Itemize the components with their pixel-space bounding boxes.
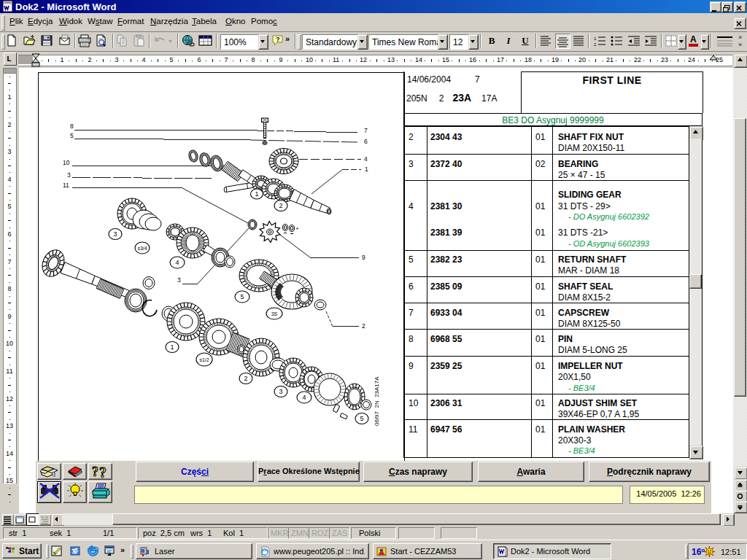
svg-text:?: ?	[276, 36, 280, 43]
svg-text:4: 4	[364, 155, 368, 163]
svg-text:3: 3	[113, 230, 117, 238]
svg-text:5: 5	[70, 132, 74, 139]
svg-text:5: 5	[360, 415, 363, 422]
svg-text:1: 1	[594, 36, 597, 41]
svg-text:s1/2: s1/2	[199, 357, 209, 362]
svg-text:3: 3	[67, 171, 71, 179]
svg-text:1: 1	[170, 343, 174, 351]
svg-text:1: 1	[255, 190, 258, 198]
svg-text:?: ?	[99, 464, 107, 480]
svg-text:4: 4	[175, 259, 179, 266]
svg-text:5: 5	[240, 293, 244, 300]
svg-text:06/97 2N 23A17A: 06/97 2N 23A17A	[374, 376, 380, 426]
svg-text:10: 10	[63, 159, 70, 166]
svg-text:s3/4: s3/4	[137, 246, 147, 251]
svg-text:2: 2	[244, 375, 247, 382]
svg-text:3: 3	[177, 276, 181, 284]
svg-text:3S: 3S	[271, 311, 278, 316]
svg-text:8: 8	[70, 122, 74, 130]
svg-text:3: 3	[279, 388, 282, 395]
svg-text:4: 4	[302, 394, 306, 401]
svg-text:+: +	[295, 225, 299, 232]
svg-text:1: 1	[365, 166, 368, 173]
svg-text:9: 9	[362, 254, 365, 261]
svg-text:2: 2	[279, 202, 282, 209]
svg-text:11: 11	[63, 182, 69, 189]
svg-text:6: 6	[364, 138, 368, 145]
svg-text:?: ?	[92, 464, 98, 479]
svg-text:2: 2	[362, 322, 365, 330]
svg-text:7: 7	[364, 127, 368, 134]
svg-text:2: 2	[594, 42, 597, 47]
